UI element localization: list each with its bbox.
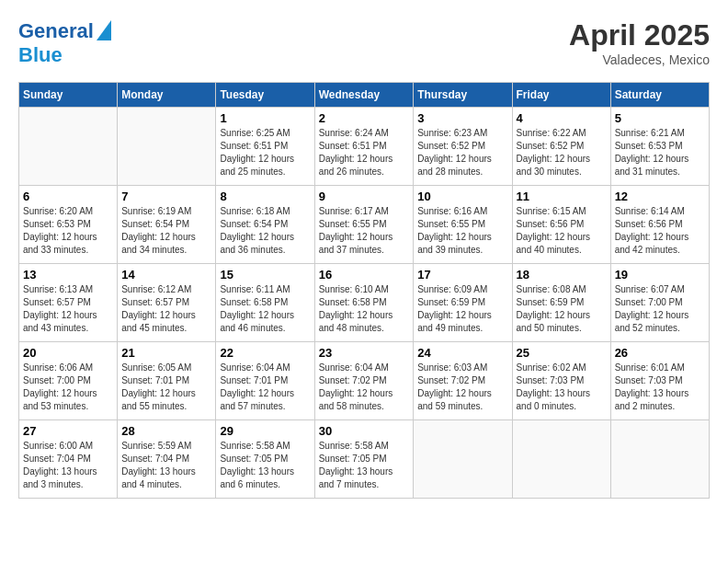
calendar-cell: 25Sunrise: 6:02 AM Sunset: 7:03 PM Dayli… (512, 342, 610, 420)
calendar-cell: 22Sunrise: 6:04 AM Sunset: 7:01 PM Dayli… (216, 342, 314, 420)
calendar-cell: 16Sunrise: 6:10 AM Sunset: 6:58 PM Dayli… (314, 264, 414, 342)
logo-icon (97, 20, 111, 40)
weekday-header-tuesday: Tuesday (216, 83, 314, 108)
page-header: General Blue April 2025 Valadeces, Mexic… (18, 18, 710, 67)
calendar-cell: 28Sunrise: 5:59 AM Sunset: 7:04 PM Dayli… (118, 420, 216, 499)
day-number: 9 (319, 190, 410, 203)
calendar-cell: 19Sunrise: 6:07 AM Sunset: 7:00 PM Dayli… (610, 264, 709, 342)
weekday-header-row: SundayMondayTuesdayWednesdayThursdayFrid… (19, 83, 710, 108)
day-info: Sunrise: 6:04 AM Sunset: 7:01 PM Dayligh… (220, 362, 310, 413)
day-number: 12 (615, 190, 705, 203)
calendar-cell: 27Sunrise: 6:00 AM Sunset: 7:04 PM Dayli… (19, 420, 118, 499)
day-info: Sunrise: 6:17 AM Sunset: 6:55 PM Dayligh… (319, 205, 410, 257)
day-info: Sunrise: 6:06 AM Sunset: 7:00 PM Dayligh… (23, 362, 113, 413)
calendar-cell: 9Sunrise: 6:17 AM Sunset: 6:55 PM Daylig… (314, 186, 414, 264)
day-info: Sunrise: 6:19 AM Sunset: 6:54 PM Dayligh… (121, 205, 211, 257)
day-info: Sunrise: 5:58 AM Sunset: 7:05 PM Dayligh… (220, 440, 310, 491)
day-info: Sunrise: 6:04 AM Sunset: 7:02 PM Dayligh… (319, 362, 410, 413)
calendar-cell (610, 420, 709, 499)
day-number: 1 (220, 111, 310, 125)
calendar-cell (19, 108, 118, 186)
day-info: Sunrise: 6:21 AM Sunset: 6:53 PM Dayligh… (615, 127, 705, 178)
day-number: 13 (23, 268, 113, 282)
day-number: 15 (220, 268, 310, 282)
day-info: Sunrise: 6:16 AM Sunset: 6:55 PM Dayligh… (417, 205, 507, 257)
day-info: Sunrise: 6:02 AM Sunset: 7:03 PM Dayligh… (517, 362, 607, 413)
day-info: Sunrise: 6:12 AM Sunset: 6:57 PM Dayligh… (121, 283, 211, 335)
day-number: 22 (220, 346, 310, 360)
day-info: Sunrise: 6:24 AM Sunset: 6:51 PM Dayligh… (319, 127, 410, 178)
day-info: Sunrise: 6:22 AM Sunset: 6:52 PM Dayligh… (517, 127, 607, 178)
day-info: Sunrise: 5:58 AM Sunset: 7:05 PM Dayligh… (319, 440, 410, 491)
calendar-week-1: 1Sunrise: 6:25 AM Sunset: 6:51 PM Daylig… (19, 108, 710, 186)
day-number: 29 (220, 424, 310, 438)
day-number: 6 (23, 190, 113, 203)
day-number: 14 (121, 268, 211, 282)
calendar-cell: 18Sunrise: 6:08 AM Sunset: 6:59 PM Dayli… (512, 264, 610, 342)
calendar-header: SundayMondayTuesdayWednesdayThursdayFrid… (19, 83, 710, 108)
day-info: Sunrise: 6:07 AM Sunset: 7:00 PM Dayligh… (615, 283, 705, 335)
calendar-cell: 15Sunrise: 6:11 AM Sunset: 6:58 PM Dayli… (216, 264, 314, 342)
day-number: 21 (121, 346, 211, 360)
calendar-cell: 2Sunrise: 6:24 AM Sunset: 6:51 PM Daylig… (314, 108, 414, 186)
weekday-header-saturday: Saturday (610, 83, 709, 108)
day-number: 8 (220, 190, 310, 203)
day-info: Sunrise: 6:14 AM Sunset: 6:56 PM Dayligh… (615, 205, 705, 257)
day-number: 7 (121, 190, 211, 203)
calendar-cell: 10Sunrise: 6:16 AM Sunset: 6:55 PM Dayli… (414, 186, 512, 264)
day-info: Sunrise: 6:09 AM Sunset: 6:59 PM Dayligh… (417, 283, 507, 335)
svg-marker-0 (97, 20, 111, 40)
weekday-header-thursday: Thursday (414, 83, 512, 108)
day-info: Sunrise: 6:18 AM Sunset: 6:54 PM Dayligh… (220, 205, 310, 257)
calendar-cell: 12Sunrise: 6:14 AM Sunset: 6:56 PM Dayli… (610, 186, 709, 264)
calendar-cell: 3Sunrise: 6:23 AM Sunset: 6:52 PM Daylig… (414, 108, 512, 186)
calendar-cell: 17Sunrise: 6:09 AM Sunset: 6:59 PM Dayli… (414, 264, 512, 342)
day-info: Sunrise: 6:01 AM Sunset: 7:03 PM Dayligh… (615, 362, 705, 413)
logo-text: General (18, 20, 94, 42)
day-info: Sunrise: 6:25 AM Sunset: 6:51 PM Dayligh… (220, 127, 310, 178)
title-block: April 2025 Valadeces, Mexico (569, 18, 710, 67)
weekday-header-sunday: Sunday (19, 83, 118, 108)
weekday-header-wednesday: Wednesday (314, 83, 414, 108)
calendar-cell: 13Sunrise: 6:13 AM Sunset: 6:57 PM Dayli… (19, 264, 118, 342)
calendar-cell (414, 420, 512, 499)
day-info: Sunrise: 6:08 AM Sunset: 6:59 PM Dayligh… (517, 283, 607, 335)
calendar-cell: 29Sunrise: 5:58 AM Sunset: 7:05 PM Dayli… (216, 420, 314, 499)
day-info: Sunrise: 6:20 AM Sunset: 6:53 PM Dayligh… (23, 205, 113, 257)
calendar-cell (118, 108, 216, 186)
day-info: Sunrise: 6:15 AM Sunset: 6:56 PM Dayligh… (517, 205, 607, 257)
calendar-cell: 30Sunrise: 5:58 AM Sunset: 7:05 PM Dayli… (314, 420, 414, 499)
day-number: 2 (319, 111, 410, 125)
day-number: 17 (417, 268, 507, 282)
day-info: Sunrise: 6:11 AM Sunset: 6:58 PM Dayligh… (220, 283, 310, 335)
calendar-cell: 11Sunrise: 6:15 AM Sunset: 6:56 PM Dayli… (512, 186, 610, 264)
day-number: 16 (319, 268, 410, 282)
day-number: 27 (23, 424, 113, 438)
calendar-cell: 7Sunrise: 6:19 AM Sunset: 6:54 PM Daylig… (118, 186, 216, 264)
day-number: 20 (23, 346, 113, 360)
day-info: Sunrise: 6:10 AM Sunset: 6:58 PM Dayligh… (319, 283, 410, 335)
month-title: April 2025 (569, 18, 710, 52)
calendar-week-3: 13Sunrise: 6:13 AM Sunset: 6:57 PM Dayli… (19, 264, 710, 342)
calendar-cell: 20Sunrise: 6:06 AM Sunset: 7:00 PM Dayli… (19, 342, 118, 420)
day-number: 30 (319, 424, 410, 438)
calendar-cell: 14Sunrise: 6:12 AM Sunset: 6:57 PM Dayli… (118, 264, 216, 342)
day-info: Sunrise: 6:13 AM Sunset: 6:57 PM Dayligh… (23, 283, 113, 335)
calendar-cell: 4Sunrise: 6:22 AM Sunset: 6:52 PM Daylig… (512, 108, 610, 186)
calendar-cell (512, 420, 610, 499)
calendar-cell: 23Sunrise: 6:04 AM Sunset: 7:02 PM Dayli… (314, 342, 414, 420)
calendar-week-5: 27Sunrise: 6:00 AM Sunset: 7:04 PM Dayli… (19, 420, 710, 499)
day-number: 28 (121, 424, 211, 438)
logo-text-blue: Blue (18, 44, 63, 66)
calendar-cell: 8Sunrise: 6:18 AM Sunset: 6:54 PM Daylig… (216, 186, 314, 264)
calendar-cell: 1Sunrise: 6:25 AM Sunset: 6:51 PM Daylig… (216, 108, 314, 186)
calendar-table: SundayMondayTuesdayWednesdayThursdayFrid… (18, 82, 710, 499)
day-number: 23 (319, 346, 410, 360)
calendar-cell: 24Sunrise: 6:03 AM Sunset: 7:02 PM Dayli… (414, 342, 512, 420)
day-number: 3 (417, 111, 507, 125)
location-subtitle: Valadeces, Mexico (569, 52, 710, 67)
day-info: Sunrise: 6:03 AM Sunset: 7:02 PM Dayligh… (417, 362, 507, 413)
day-number: 25 (517, 346, 607, 360)
calendar-cell: 6Sunrise: 6:20 AM Sunset: 6:53 PM Daylig… (19, 186, 118, 264)
logo: General Blue (18, 18, 111, 66)
